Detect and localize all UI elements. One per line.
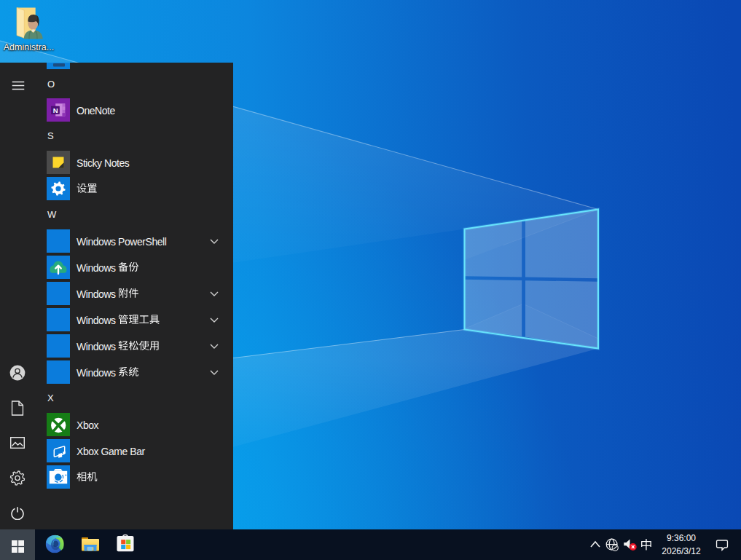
svg-text:N: N: [53, 106, 58, 114]
